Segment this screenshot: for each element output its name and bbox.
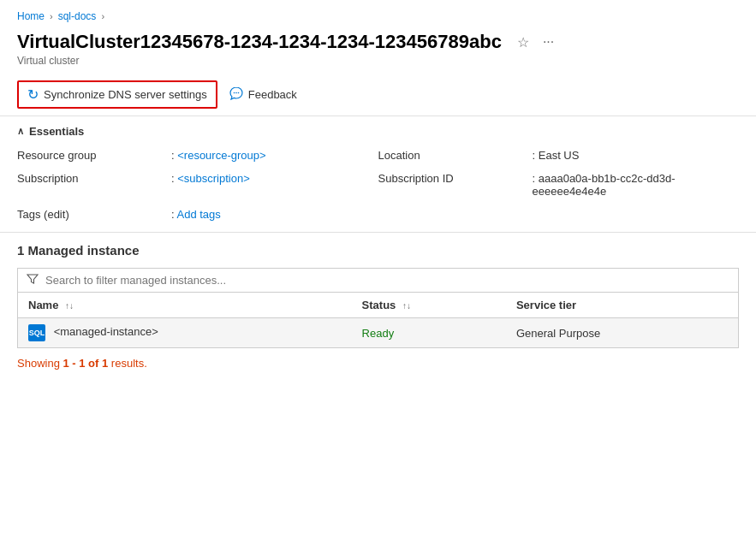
feedback-icon	[229, 86, 243, 103]
managed-instances-title: 1 Managed instance	[17, 243, 739, 258]
showing-suffix: results.	[108, 357, 147, 370]
filter-icon	[27, 273, 39, 287]
table-header: Name ↑↓ Status ↑↓ Service tier	[18, 293, 738, 318]
col-name: Name ↑↓	[18, 293, 352, 318]
essentials-header[interactable]: ∧ Essentials	[17, 125, 739, 138]
showing-range: 1 - 1 of 1	[63, 357, 108, 370]
location-value: East US	[539, 149, 580, 162]
essentials-chevron: ∧	[17, 126, 24, 137]
sync-dns-button[interactable]: ↻ Synchronize DNS server settings	[17, 80, 217, 109]
tags-edit-link[interactable]: edit	[47, 208, 65, 221]
managed-instances-section: 1 Managed instance Name ↑↓ Status ↑↓	[0, 233, 756, 380]
pin-button[interactable]: ☆	[514, 33, 533, 52]
add-tags-link[interactable]: Add tags	[177, 208, 221, 221]
sort-status-icon[interactable]: ↑↓	[402, 301, 411, 311]
resource-group-link[interactable]: <resource-group>	[177, 149, 265, 162]
field-label-subid: Subscription ID	[378, 169, 533, 200]
table-container: Name ↑↓ Status ↑↓ Service tier SQL	[17, 293, 739, 348]
subscription-id-value: aaaa0a0a-bb1b-cc2c-dd3d-eeeeee4e4e4e	[533, 172, 676, 198]
search-bar	[17, 268, 739, 293]
feedback-label: Feedback	[248, 88, 297, 101]
colon-location: :	[533, 149, 539, 162]
showing-prefix: Showing	[17, 357, 63, 370]
row-service-tier: General Purpose	[506, 318, 738, 348]
field-value-subid: : aaaa0a0a-bb1b-cc2c-dd3d-eeeeee4e4e4e	[533, 169, 740, 200]
managed-instances-table: Name ↑↓ Status ↑↓ Service tier SQL	[18, 293, 738, 347]
page-title-text: VirtualCluster12345678-1234-1234-1234-12…	[17, 31, 502, 53]
colon-subid: :	[533, 172, 539, 185]
essentials-grid: Resource group : <resource-group> Locati…	[17, 146, 739, 223]
table-body: SQL <managed-instance> Ready General Pur…	[18, 318, 738, 348]
field-value-rg: : <resource-group>	[171, 146, 378, 164]
essentials-title: Essentials	[29, 125, 84, 138]
svg-point-0	[233, 92, 235, 94]
subscription-link[interactable]: <subscription>	[177, 172, 250, 185]
showing-results: Showing 1 - 1 of 1 results.	[17, 357, 739, 370]
page-header: VirtualCluster12345678-1234-1234-1234-12…	[0, 27, 756, 74]
row-name: SQL <managed-instance>	[18, 318, 352, 348]
title-icons: ☆ ···	[514, 33, 557, 52]
page-subtitle: Virtual cluster	[17, 55, 739, 67]
svg-point-1	[235, 92, 237, 94]
field-label-rg: Resource group	[17, 146, 171, 164]
search-input[interactable]	[45, 274, 729, 287]
svg-point-2	[237, 92, 239, 94]
feedback-button[interactable]: Feedback	[221, 82, 306, 107]
sync-icon: ↻	[27, 86, 39, 103]
field-value-sub: : <subscription>	[171, 169, 378, 200]
breadcrumb: Home › sql-docs ›	[0, 0, 756, 27]
col-service-tier: Service tier	[506, 293, 738, 318]
essentials-section: ∧ Essentials Resource group : <resource-…	[0, 116, 756, 233]
sort-name-icon[interactable]: ↑↓	[65, 301, 74, 311]
managed-instance-icon: SQL	[28, 324, 45, 341]
col-status: Status ↑↓	[352, 293, 506, 318]
row-status: Ready	[352, 318, 506, 348]
breadcrumb-home[interactable]: Home	[17, 10, 45, 22]
field-label-location: Location	[378, 146, 533, 164]
field-label-sub: Subscription	[17, 169, 171, 200]
more-button[interactable]: ···	[539, 33, 557, 51]
field-value-location: : East US	[533, 146, 740, 164]
page-title-row: VirtualCluster12345678-1234-1234-1234-12…	[17, 31, 739, 53]
field-label-tags: Tags (edit)	[17, 205, 171, 223]
breadcrumb-sqldocs[interactable]: sql-docs	[58, 10, 97, 22]
field-value-tags: : Add tags	[171, 205, 378, 223]
sync-dns-label: Synchronize DNS server settings	[44, 88, 207, 101]
table-row: SQL <managed-instance> Ready General Pur…	[18, 318, 738, 348]
toolbar: ↻ Synchronize DNS server settings Feedba…	[0, 74, 756, 116]
